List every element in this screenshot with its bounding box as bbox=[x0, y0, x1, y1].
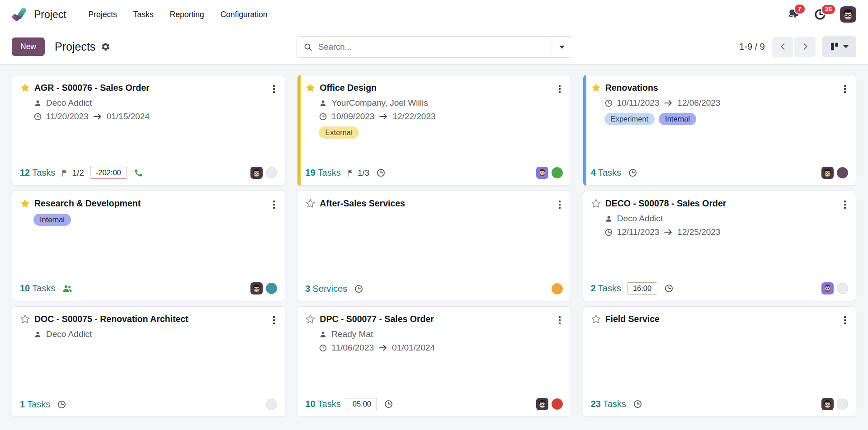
app-name[interactable]: Project bbox=[34, 9, 66, 21]
project-title[interactable]: Renovations bbox=[605, 82, 838, 93]
status-dot[interactable] bbox=[552, 283, 563, 294]
menu-tasks[interactable]: Tasks bbox=[127, 6, 160, 23]
pager-range: 1-9 / 9 bbox=[739, 42, 765, 52]
clock-icon bbox=[664, 284, 674, 293]
activity-clock-button[interactable] bbox=[384, 399, 393, 409]
status-dot[interactable] bbox=[266, 283, 277, 294]
view-settings-button[interactable] bbox=[101, 42, 110, 51]
project-title[interactable]: DOC - S00075 - Renovation Architect bbox=[34, 313, 267, 324]
star-filled-icon[interactable] bbox=[20, 83, 30, 93]
pager-previous-button[interactable] bbox=[772, 37, 793, 57]
person-icon bbox=[319, 99, 327, 108]
kebab-menu-icon[interactable] bbox=[271, 199, 277, 210]
kebab-menu-icon[interactable] bbox=[842, 199, 848, 210]
status-dot[interactable] bbox=[552, 167, 563, 178]
project-card[interactable]: Renovations 10/11/2023 12/06/2023 Experi… bbox=[583, 75, 856, 186]
messages-button[interactable]: 7 bbox=[787, 8, 800, 21]
status-dot[interactable] bbox=[552, 398, 563, 410]
kanban-view-icon bbox=[830, 42, 840, 51]
kebab-menu-icon[interactable] bbox=[271, 84, 277, 94]
status-dot[interactable] bbox=[837, 398, 848, 410]
card-color-stripe bbox=[297, 75, 301, 186]
kebab-menu-icon[interactable] bbox=[557, 84, 563, 94]
menu-projects[interactable]: Projects bbox=[82, 6, 124, 23]
star-outline-icon[interactable] bbox=[305, 198, 316, 209]
user-avatar[interactable] bbox=[840, 6, 856, 23]
new-button[interactable]: New bbox=[12, 37, 45, 56]
card-color-stripe bbox=[583, 75, 586, 186]
project-card[interactable]: DECO - S00078 - Sales Order Deco Addict … bbox=[583, 191, 856, 301]
status-dot[interactable] bbox=[266, 167, 277, 178]
activity-clock-button[interactable] bbox=[57, 400, 66, 409]
project-card[interactable]: DOC - S00075 - Renovation Architect Deco… bbox=[12, 306, 285, 417]
task-count-link[interactable]: 12Tasks bbox=[20, 168, 55, 178]
star-outline-icon[interactable] bbox=[20, 314, 30, 324]
star-outline-icon[interactable] bbox=[305, 314, 316, 324]
project-card[interactable]: Office Design YourCompany, Joel Willis 1… bbox=[297, 75, 571, 186]
top-navbar: Project Projects Tasks Reporting Configu… bbox=[0, 0, 868, 29]
assignee-avatar bbox=[536, 398, 548, 410]
task-count-link[interactable]: 3Services bbox=[305, 284, 347, 294]
project-title[interactable]: AGR - S00076 - Sales Order bbox=[34, 82, 267, 93]
project-card[interactable]: Research & Development Internal 10Tasks bbox=[12, 191, 285, 301]
activity-clock-button[interactable] bbox=[354, 284, 363, 294]
kebab-menu-icon[interactable] bbox=[557, 315, 563, 326]
assignee-avatar bbox=[821, 282, 834, 294]
milestone-indicator: 1/2 bbox=[61, 168, 84, 178]
view-switcher-button[interactable] bbox=[822, 36, 856, 57]
date-end: 12/06/2023 bbox=[677, 98, 720, 108]
project-title[interactable]: Office Design bbox=[320, 82, 552, 93]
project-card[interactable]: After-Sales Services 3Services bbox=[297, 191, 571, 301]
task-count-link[interactable]: 4Tasks bbox=[591, 168, 621, 178]
task-count-link[interactable]: 10Tasks bbox=[20, 283, 55, 294]
clock-icon bbox=[319, 112, 327, 121]
star-filled-icon[interactable] bbox=[20, 198, 30, 209]
kebab-menu-icon[interactable] bbox=[271, 315, 277, 326]
project-title[interactable]: Field Service bbox=[605, 313, 838, 324]
tag: Internal bbox=[33, 214, 71, 226]
status-dot[interactable] bbox=[837, 167, 848, 178]
star-outline-icon[interactable] bbox=[591, 314, 601, 324]
app-brand[interactable]: Project bbox=[12, 6, 66, 23]
phone-activity-button[interactable] bbox=[134, 168, 143, 178]
star-filled-icon[interactable] bbox=[305, 83, 316, 93]
clock-icon bbox=[604, 99, 613, 108]
project-title[interactable]: DECO - S00078 - Sales Order bbox=[605, 198, 838, 209]
activity-clock-button[interactable] bbox=[633, 399, 642, 409]
menu-configuration[interactable]: Configuration bbox=[213, 6, 274, 23]
clock-icon bbox=[354, 284, 363, 294]
activity-clock-button[interactable] bbox=[664, 284, 674, 293]
project-card[interactable]: AGR - S00076 - Sales Order Deco Addict 1… bbox=[12, 75, 285, 186]
activity-clock-button[interactable] bbox=[376, 168, 386, 178]
task-count-link[interactable]: 2Tasks bbox=[591, 283, 621, 294]
partner-name: Deco Addict bbox=[617, 214, 663, 224]
pager-next-button[interactable] bbox=[794, 37, 816, 57]
activities-button[interactable]: 35 bbox=[814, 8, 826, 21]
search-options-toggle[interactable] bbox=[551, 37, 573, 57]
project-title[interactable]: After-Sales Services bbox=[320, 198, 552, 209]
project-card[interactable]: DPC - S00077 - Sales Order Ready Mat 11/… bbox=[297, 306, 571, 417]
kebab-menu-icon[interactable] bbox=[557, 199, 563, 210]
person-icon bbox=[33, 99, 42, 108]
task-count-link[interactable]: 23Tasks bbox=[591, 399, 626, 409]
remaining-hours: -202:00 bbox=[90, 167, 127, 179]
activity-clock-button[interactable] bbox=[628, 168, 637, 178]
task-count-link[interactable]: 1Tasks bbox=[20, 399, 50, 410]
status-dot[interactable] bbox=[837, 283, 848, 294]
project-title[interactable]: Research & Development bbox=[34, 198, 267, 209]
kebab-menu-icon[interactable] bbox=[842, 84, 848, 94]
date-end: 12/22/2023 bbox=[392, 112, 435, 122]
arrow-right-icon bbox=[93, 112, 103, 122]
collaborators-button[interactable] bbox=[62, 283, 73, 294]
project-title[interactable]: DPC - S00077 - Sales Order bbox=[320, 313, 552, 324]
kebab-menu-icon[interactable] bbox=[842, 315, 848, 326]
search-input[interactable] bbox=[317, 42, 551, 52]
project-card[interactable]: Field Service 23Tasks bbox=[583, 306, 856, 417]
task-count-link[interactable]: 10Tasks bbox=[305, 399, 340, 409]
menu-reporting[interactable]: Reporting bbox=[163, 6, 211, 23]
star-filled-icon[interactable] bbox=[591, 83, 601, 93]
clock-icon bbox=[33, 112, 42, 121]
task-count-link[interactable]: 19Tasks bbox=[305, 168, 340, 178]
status-dot[interactable] bbox=[266, 399, 277, 410]
star-outline-icon[interactable] bbox=[591, 198, 601, 209]
